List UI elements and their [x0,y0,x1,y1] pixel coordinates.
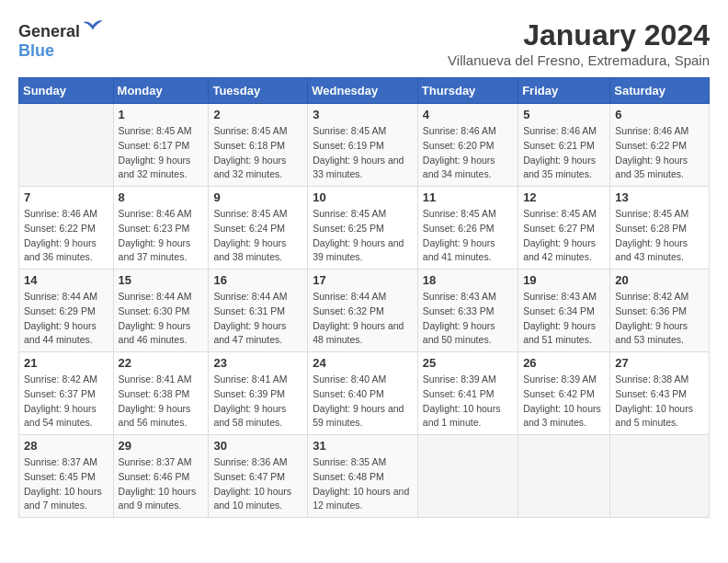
calendar-cell: 24Sunrise: 8:40 AMSunset: 6:40 PMDayligh… [308,352,418,435]
day-number: 22 [119,356,204,370]
calendar-cell: 11Sunrise: 8:45 AMSunset: 6:26 PMDayligh… [417,187,518,270]
calendar-cell: 28Sunrise: 8:37 AMSunset: 6:45 PMDayligh… [19,435,114,518]
calendar-cell: 15Sunrise: 8:44 AMSunset: 6:30 PMDayligh… [113,270,209,352]
calendar-cell [518,435,610,518]
day-number: 3 [313,108,413,121]
day-number: 17 [313,273,413,287]
location-subtitle: Villanueva del Fresno, Extremadura, Spai… [448,52,710,68]
day-header-saturday: Saturday [610,78,710,104]
day-number: 14 [24,273,108,287]
day-info: Sunrise: 8:45 AMSunset: 6:24 PMDaylight:… [213,207,302,265]
day-number: 10 [313,190,413,204]
day-info: Sunrise: 8:41 AMSunset: 6:38 PMDaylight:… [119,373,204,431]
calendar-cell: 22Sunrise: 8:41 AMSunset: 6:38 PMDayligh… [113,352,209,435]
day-info: Sunrise: 8:45 AMSunset: 6:26 PMDaylight:… [423,207,513,265]
day-info: Sunrise: 8:45 AMSunset: 6:18 PMDaylight:… [213,124,302,182]
day-header-thursday: Thursday [417,78,518,104]
calendar-cell: 4Sunrise: 8:46 AMSunset: 6:20 PMDaylight… [417,104,518,187]
calendar-cell: 30Sunrise: 8:36 AMSunset: 6:47 PMDayligh… [209,435,308,518]
day-info: Sunrise: 8:44 AMSunset: 6:31 PMDaylight:… [213,290,302,348]
day-info: Sunrise: 8:46 AMSunset: 6:23 PMDaylight:… [119,207,204,265]
day-header-wednesday: Wednesday [308,78,418,104]
day-number: 18 [423,273,513,287]
header: General Blue January 2024 Villanueva del… [18,18,710,68]
day-number: 1 [119,108,204,121]
day-number: 19 [523,273,605,287]
day-info: Sunrise: 8:37 AMSunset: 6:46 PMDaylight:… [119,455,204,513]
day-info: Sunrise: 8:40 AMSunset: 6:40 PMDaylight:… [313,373,413,431]
day-info: Sunrise: 8:43 AMSunset: 6:33 PMDaylight:… [423,290,513,348]
day-info: Sunrise: 8:45 AMSunset: 6:27 PMDaylight:… [523,207,605,265]
calendar-cell: 7Sunrise: 8:46 AMSunset: 6:22 PMDaylight… [19,187,114,270]
calendar-cell: 21Sunrise: 8:42 AMSunset: 6:37 PMDayligh… [19,352,114,435]
title-section: January 2024 Villanueva del Fresno, Extr… [448,18,710,68]
calendar-cell: 9Sunrise: 8:45 AMSunset: 6:24 PMDaylight… [209,187,308,270]
day-number: 16 [213,273,302,287]
day-number: 5 [523,108,605,121]
day-info: Sunrise: 8:45 AMSunset: 6:28 PMDaylight:… [615,207,704,265]
day-number: 15 [119,273,204,287]
calendar-cell: 27Sunrise: 8:38 AMSunset: 6:43 PMDayligh… [610,352,710,435]
calendar-cell [19,104,114,187]
calendar-cell: 18Sunrise: 8:43 AMSunset: 6:33 PMDayligh… [417,270,518,352]
day-info: Sunrise: 8:46 AMSunset: 6:22 PMDaylight:… [24,207,108,265]
day-number: 25 [423,356,513,370]
week-row-1: 7Sunrise: 8:46 AMSunset: 6:22 PMDaylight… [19,187,710,270]
day-info: Sunrise: 8:36 AMSunset: 6:47 PMDaylight:… [213,455,302,513]
calendar-cell: 25Sunrise: 8:39 AMSunset: 6:41 PMDayligh… [417,352,518,435]
calendar-cell: 2Sunrise: 8:45 AMSunset: 6:18 PMDaylight… [209,104,308,187]
day-header-monday: Monday [113,78,209,104]
day-header-tuesday: Tuesday [209,78,308,104]
day-number: 30 [213,439,302,453]
day-number: 26 [523,356,605,370]
day-number: 23 [213,356,302,370]
calendar-cell: 23Sunrise: 8:41 AMSunset: 6:39 PMDayligh… [209,352,308,435]
calendar-cell: 13Sunrise: 8:45 AMSunset: 6:28 PMDayligh… [610,187,710,270]
calendar-cell: 16Sunrise: 8:44 AMSunset: 6:31 PMDayligh… [209,270,308,352]
calendar-cell: 20Sunrise: 8:42 AMSunset: 6:36 PMDayligh… [610,270,710,352]
page-container: General Blue January 2024 Villanueva del… [18,18,710,518]
day-header-sunday: Sunday [19,78,114,104]
day-info: Sunrise: 8:46 AMSunset: 6:20 PMDaylight:… [423,124,513,182]
day-number: 12 [523,190,605,204]
day-number: 11 [423,190,513,204]
day-number: 9 [213,190,302,204]
day-info: Sunrise: 8:45 AMSunset: 6:17 PMDaylight:… [119,124,204,182]
day-info: Sunrise: 8:38 AMSunset: 6:43 PMDaylight:… [615,373,704,431]
calendar-cell: 14Sunrise: 8:44 AMSunset: 6:29 PMDayligh… [19,270,114,352]
day-info: Sunrise: 8:46 AMSunset: 6:22 PMDaylight:… [615,124,704,182]
calendar-cell: 26Sunrise: 8:39 AMSunset: 6:42 PMDayligh… [518,352,610,435]
calendar-cell: 6Sunrise: 8:46 AMSunset: 6:22 PMDaylight… [610,104,710,187]
day-info: Sunrise: 8:44 AMSunset: 6:30 PMDaylight:… [119,290,204,348]
week-row-0: 1Sunrise: 8:45 AMSunset: 6:17 PMDaylight… [19,104,710,187]
calendar-cell: 3Sunrise: 8:45 AMSunset: 6:19 PMDaylight… [308,104,418,187]
day-info: Sunrise: 8:41 AMSunset: 6:39 PMDaylight:… [213,373,302,431]
logo: General Blue [18,18,104,61]
day-info: Sunrise: 8:37 AMSunset: 6:45 PMDaylight:… [24,455,108,513]
day-number: 31 [313,439,413,453]
day-number: 27 [615,356,704,370]
day-info: Sunrise: 8:35 AMSunset: 6:48 PMDaylight:… [313,455,413,513]
day-number: 8 [119,190,204,204]
day-number: 6 [615,108,704,121]
day-number: 4 [423,108,513,121]
day-number: 2 [213,108,302,121]
calendar-cell: 17Sunrise: 8:44 AMSunset: 6:32 PMDayligh… [308,270,418,352]
days-header-row: SundayMondayTuesdayWednesdayThursdayFrid… [19,78,710,104]
week-row-3: 21Sunrise: 8:42 AMSunset: 6:37 PMDayligh… [19,352,710,435]
calendar-table: SundayMondayTuesdayWednesdayThursdayFrid… [18,77,710,518]
calendar-cell: 31Sunrise: 8:35 AMSunset: 6:48 PMDayligh… [308,435,418,518]
day-info: Sunrise: 8:42 AMSunset: 6:37 PMDaylight:… [24,373,108,431]
calendar-cell [417,435,518,518]
day-info: Sunrise: 8:39 AMSunset: 6:41 PMDaylight:… [423,373,513,431]
logo-general: General [18,22,80,40]
calendar-cell: 1Sunrise: 8:45 AMSunset: 6:17 PMDaylight… [113,104,209,187]
logo-bird-icon [82,18,104,37]
day-info: Sunrise: 8:44 AMSunset: 6:32 PMDaylight:… [313,290,413,348]
day-info: Sunrise: 8:45 AMSunset: 6:19 PMDaylight:… [313,124,413,182]
calendar-cell: 29Sunrise: 8:37 AMSunset: 6:46 PMDayligh… [113,435,209,518]
day-number: 29 [119,439,204,453]
calendar-cell: 5Sunrise: 8:46 AMSunset: 6:21 PMDaylight… [518,104,610,187]
day-info: Sunrise: 8:43 AMSunset: 6:34 PMDaylight:… [523,290,605,348]
day-number: 21 [24,356,108,370]
